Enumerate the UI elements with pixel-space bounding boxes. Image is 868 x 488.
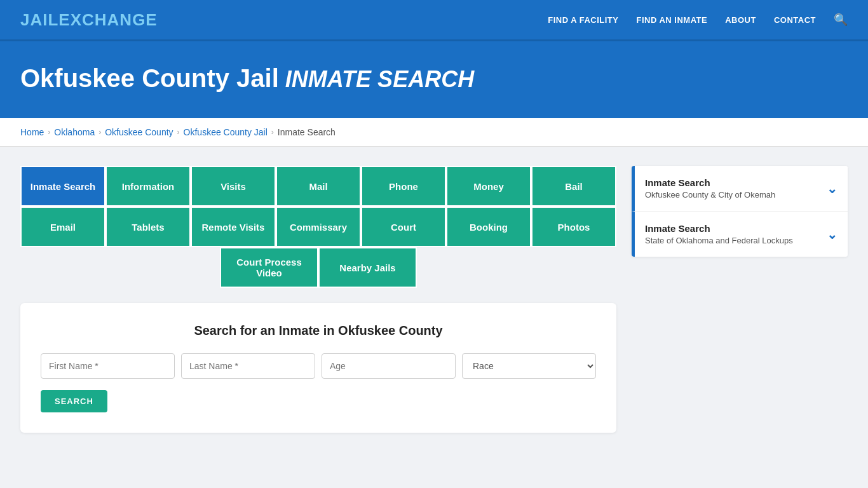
hero-section: Okfuskee County JailINMATE SEARCH xyxy=(0,41,868,118)
main-content: Inmate Search Information Visits Mail Ph… xyxy=(0,147,868,452)
nav-contact[interactable]: CONTACT xyxy=(774,15,816,25)
breadcrumb-sep-1: › xyxy=(48,128,50,137)
sidebar-item-county-sub: Okfuskee County & City of Okemah xyxy=(645,190,775,200)
page-title: Okfuskee County JailINMATE SEARCH xyxy=(20,64,848,93)
nav-btn-nearby-jails[interactable]: Nearby Jails xyxy=(318,247,417,288)
breadcrumb-oklahoma[interactable]: Oklahoma xyxy=(54,127,95,137)
breadcrumb-county[interactable]: Okfuskee County xyxy=(105,127,173,137)
nav-btn-tablets[interactable]: Tablets xyxy=(105,207,191,247)
breadcrumb-home[interactable]: Home xyxy=(20,127,44,137)
search-button[interactable]: SEARCH xyxy=(41,390,107,412)
age-input[interactable] xyxy=(322,353,456,379)
sidebar-item-county-title: Inmate Search xyxy=(645,177,775,188)
nav-btn-inmate-search[interactable]: Inmate Search xyxy=(20,166,105,207)
nav-row-2: Email Tablets Remote Visits Commissary C… xyxy=(20,207,616,247)
breadcrumb-inmate-search: Inmate Search xyxy=(278,127,336,137)
site-header: JAILEXCHANGE FIND A FACILITY FIND AN INM… xyxy=(0,0,868,41)
nav-btn-booking[interactable]: Booking xyxy=(446,207,531,247)
chevron-down-icon: ⌄ xyxy=(827,181,837,196)
breadcrumb-sep-3: › xyxy=(177,128,180,137)
search-fields: Race White Black Hispanic Asian Other xyxy=(41,353,596,379)
sidebar-item-county[interactable]: Inmate Search Okfuskee County & City of … xyxy=(632,166,848,212)
sidebar-item-state-title: Inmate Search xyxy=(645,223,793,234)
chevron-down-icon-2: ⌄ xyxy=(827,227,837,242)
nav-find-facility[interactable]: FIND A FACILITY xyxy=(548,15,618,25)
breadcrumb-bar: Home › Oklahoma › Okfuskee County › Okfu… xyxy=(0,118,868,147)
last-name-input[interactable] xyxy=(181,353,315,379)
logo-jail: JAIL xyxy=(20,10,58,29)
nav-btn-court-process-video[interactable]: Court Process Video xyxy=(220,247,318,288)
nav-btn-phone[interactable]: Phone xyxy=(361,166,446,207)
breadcrumb-sep-4: › xyxy=(271,128,274,137)
site-logo[interactable]: JAILEXCHANGE xyxy=(20,10,158,30)
nav-button-grid: Inmate Search Information Visits Mail Ph… xyxy=(20,166,616,288)
nav-btn-photos[interactable]: Photos xyxy=(531,207,616,247)
left-column: Inmate Search Information Visits Mail Ph… xyxy=(20,166,616,433)
search-icon[interactable]: 🔍 xyxy=(834,13,848,27)
page-title-main: Okfuskee County Jail xyxy=(20,64,279,92)
race-select[interactable]: Race White Black Hispanic Asian Other xyxy=(462,353,596,379)
nav-about[interactable]: ABOUT xyxy=(725,15,756,25)
breadcrumb-jail[interactable]: Okfuskee County Jail xyxy=(184,127,268,137)
nav-row-3: Court Process Video Nearby Jails xyxy=(20,247,616,288)
page-title-sub: INMATE SEARCH xyxy=(285,66,474,92)
sidebar-item-state-sub: State of Oklahoma and Federal Lockups xyxy=(645,236,793,245)
sidebar-item-state[interactable]: Inmate Search State of Oklahoma and Fede… xyxy=(632,212,848,257)
nav-btn-remote-visits[interactable]: Remote Visits xyxy=(191,207,276,247)
breadcrumb-sep-2: › xyxy=(98,128,101,137)
nav-find-inmate[interactable]: FIND AN INMATE xyxy=(636,15,707,25)
sidebar-card: Inmate Search Okfuskee County & City of … xyxy=(632,166,848,257)
nav-btn-court[interactable]: Court xyxy=(361,207,446,247)
nav-btn-information[interactable]: Information xyxy=(105,166,191,207)
nav-btn-visits[interactable]: Visits xyxy=(191,166,276,207)
search-panel: Search for an Inmate in Okfuskee County … xyxy=(20,303,616,433)
first-name-input[interactable] xyxy=(41,353,175,379)
nav-btn-commissary[interactable]: Commissary xyxy=(276,207,361,247)
nav-btn-email[interactable]: Email xyxy=(20,207,105,247)
search-title: Search for an Inmate in Okfuskee County xyxy=(41,323,596,338)
logo-exchange: EXCHANGE xyxy=(58,10,157,29)
nav-btn-money[interactable]: Money xyxy=(446,166,531,207)
nav-btn-mail[interactable]: Mail xyxy=(276,166,361,207)
main-nav: FIND A FACILITY FIND AN INMATE ABOUT CON… xyxy=(548,13,848,27)
nav-btn-bail[interactable]: Bail xyxy=(531,166,616,207)
nav-row-1: Inmate Search Information Visits Mail Ph… xyxy=(20,166,616,207)
right-sidebar: Inmate Search Okfuskee County & City of … xyxy=(632,166,848,259)
breadcrumb: Home › Oklahoma › Okfuskee County › Okfu… xyxy=(20,127,848,137)
